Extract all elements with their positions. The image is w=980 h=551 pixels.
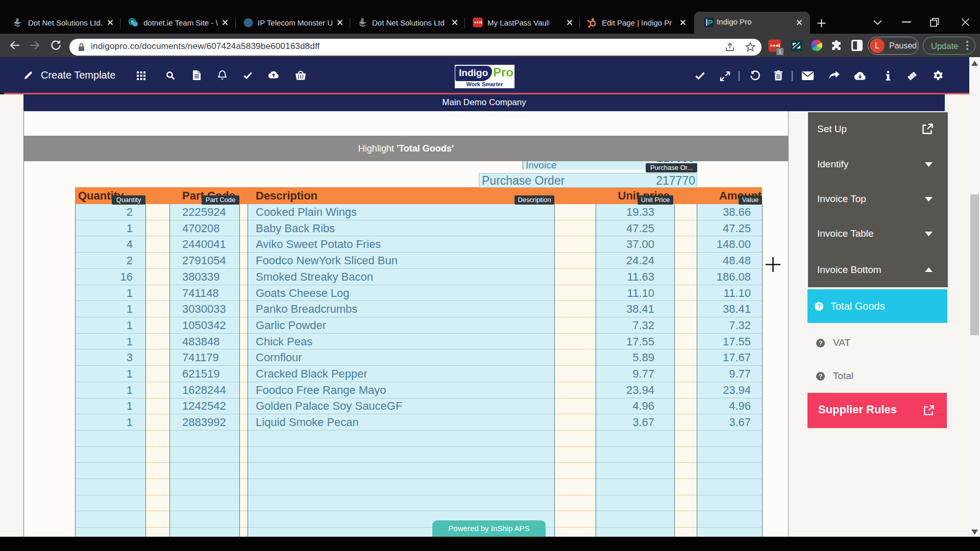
- svg-text:?: ?: [819, 340, 822, 347]
- svg-text:?: ?: [819, 373, 822, 380]
- svg-text:S: S: [131, 19, 134, 24]
- svg-text:P: P: [708, 18, 713, 27]
- svg-text:DOTNET: DOTNET: [14, 21, 21, 23]
- svg-text:DOTNET: DOTNET: [359, 21, 366, 23]
- svg-text:?: ?: [817, 303, 821, 310]
